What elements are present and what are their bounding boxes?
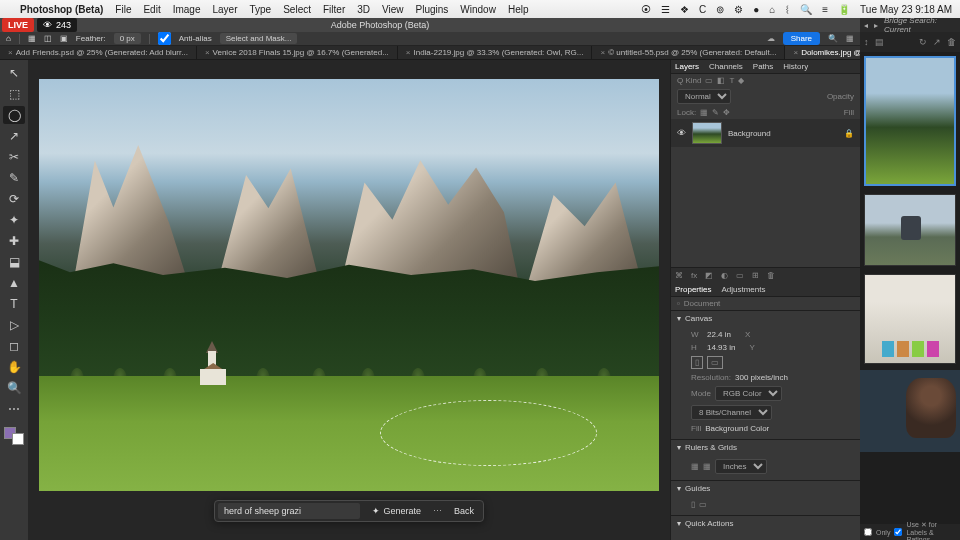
color-mode-select[interactable]: RGB Color <box>715 386 782 401</box>
bridge-thumbnail[interactable] <box>864 194 956 266</box>
menu-select[interactable]: Select <box>283 4 311 15</box>
height-value[interactable]: 14.93 in <box>707 343 735 352</box>
eyedropper-tool[interactable]: ✎ <box>3 169 25 187</box>
status-icon[interactable]: ⚙ <box>734 4 743 15</box>
selection-mode-icon[interactable]: ◫ <box>44 34 52 43</box>
tab-channels[interactable]: Channels <box>709 62 743 71</box>
menu-view[interactable]: View <box>382 4 404 15</box>
document-tab[interactable]: ×© untitled-55.psd @ 25% (Generated: Def… <box>592 46 785 59</box>
type-tool[interactable]: T <box>3 295 25 313</box>
color-swatches[interactable] <box>4 427 24 445</box>
lock-icon[interactable]: ✎ <box>712 108 719 117</box>
battery-icon[interactable]: 🔋 <box>838 4 850 15</box>
menu-file[interactable]: File <box>115 4 131 15</box>
layer-row[interactable]: 👁 Background 🔒 <box>671 119 860 147</box>
menu-3d[interactable]: 3D <box>357 4 370 15</box>
bridge-thumbnail[interactable] <box>864 56 956 186</box>
open-icon[interactable]: ↗ <box>933 37 941 47</box>
group-icon[interactable]: ▭ <box>736 271 744 280</box>
tab-history[interactable]: History <box>783 62 808 71</box>
adjust-icon[interactable]: ◐ <box>721 271 728 280</box>
fx-icon[interactable]: fx <box>691 271 697 280</box>
orientation-icon[interactable]: ▯ <box>691 356 703 369</box>
status-icon[interactable]: ⊚ <box>716 4 724 15</box>
back-button[interactable]: Back <box>448 504 480 518</box>
status-icon[interactable]: ❖ <box>680 4 689 15</box>
only-checkbox[interactable] <box>864 528 872 536</box>
link-icon[interactable]: ⌘ <box>675 271 683 280</box>
visibility-icon[interactable]: 👁 <box>677 128 686 138</box>
selection-mode-icon[interactable]: ▣ <box>60 34 68 43</box>
trash-icon[interactable]: 🗑 <box>947 37 956 47</box>
width-value[interactable]: 22.4 in <box>707 330 731 339</box>
share-button[interactable]: Share <box>783 32 820 45</box>
close-icon[interactable]: × <box>793 48 798 57</box>
orientation-icon[interactable]: ▭ <box>707 356 723 369</box>
zoom-tool[interactable]: 🔍 <box>3 379 25 397</box>
filter-icon[interactable]: ▭ <box>705 76 713 85</box>
status-icon[interactable]: ● <box>753 4 759 15</box>
search-icon[interactable]: 🔍 <box>828 34 838 43</box>
guide-icon[interactable]: ▭ <box>699 500 707 509</box>
mask-icon[interactable]: ◩ <box>705 271 713 280</box>
feather-value[interactable]: 0 px <box>114 33 141 44</box>
lasso-selection[interactable] <box>380 400 597 466</box>
menu-edit[interactable]: Edit <box>143 4 160 15</box>
more-tools[interactable]: ⋯ <box>3 400 25 418</box>
ruler-icon[interactable]: ▦ <box>691 462 699 471</box>
home-icon[interactable]: ⌂ <box>6 34 11 43</box>
menu-window[interactable]: Window <box>460 4 496 15</box>
move-tool[interactable]: ↖ <box>3 64 25 82</box>
menu-filter[interactable]: Filter <box>323 4 345 15</box>
hand-tool[interactable]: ✋ <box>3 358 25 376</box>
tool-preset-icon[interactable]: ▦ <box>28 34 36 43</box>
new-icon[interactable]: ⊞ <box>752 271 759 280</box>
more-icon[interactable]: ⋯ <box>433 506 442 516</box>
status-icon[interactable]: ⌂ <box>769 4 775 15</box>
document-tab[interactable]: ×India-2219.jpg @ 33.3% (Generated: Owl,… <box>398 46 593 59</box>
cloud-icon[interactable]: ☁ <box>767 34 775 43</box>
tab-paths[interactable]: Paths <box>753 62 773 71</box>
control-center-icon[interactable]: ≡ <box>822 4 828 15</box>
blend-mode-select[interactable]: Normal <box>677 89 731 104</box>
canvas[interactable] <box>39 79 659 491</box>
shape-tool[interactable]: ◻ <box>3 337 25 355</box>
lock-icon[interactable]: ✥ <box>723 108 730 117</box>
path-tool[interactable]: ▷ <box>3 316 25 334</box>
filter-icon[interactable]: ◧ <box>717 76 725 85</box>
rotate-icon[interactable]: ↻ <box>919 37 927 47</box>
filter-icon[interactable]: ▤ <box>875 37 884 47</box>
close-icon[interactable]: × <box>8 48 13 57</box>
lasso-tool[interactable]: ◯ <box>3 106 25 124</box>
marquee-tool[interactable]: ⬚ <box>3 85 25 103</box>
antialias-checkbox[interactable] <box>158 32 171 45</box>
crop-tool[interactable]: ✂ <box>3 148 25 166</box>
menu-help[interactable]: Help <box>508 4 529 15</box>
stamp-tool[interactable]: ✚ <box>3 232 25 250</box>
workspace-icon[interactable]: ▦ <box>846 34 854 43</box>
grid-icon[interactable]: ▦ <box>703 462 711 471</box>
units-select[interactable]: Inches <box>715 459 767 474</box>
lock-icon[interactable]: 🔒 <box>844 129 854 138</box>
sort-icon[interactable]: ↕ <box>864 37 869 47</box>
chevron-down-icon[interactable]: ▾ <box>677 443 681 452</box>
layer-thumbnail[interactable] <box>692 122 722 144</box>
canvas-area[interactable]: ✦Generate ⋯ Back <box>28 60 670 540</box>
menu-layer[interactable]: Layer <box>212 4 237 15</box>
guide-icon[interactable]: ▯ <box>691 500 695 509</box>
chevron-down-icon[interactable]: ▾ <box>677 484 681 493</box>
clock[interactable]: Tue May 23 9:18 AM <box>860 4 952 15</box>
pen-tool[interactable]: ▲ <box>3 274 25 292</box>
bit-depth-select[interactable]: 8 Bits/Channel <box>691 405 772 420</box>
tab-properties[interactable]: Properties <box>675 285 711 294</box>
menu-image[interactable]: Image <box>173 4 201 15</box>
lock-icon[interactable]: ▦ <box>700 108 708 117</box>
brush-tool[interactable]: ✦ <box>3 211 25 229</box>
nav-fwd-icon[interactable]: ▸ <box>874 21 878 30</box>
layer-name[interactable]: Background <box>728 129 771 138</box>
menu-type[interactable]: Type <box>250 4 272 15</box>
tab-layers[interactable]: Layers <box>675 62 699 71</box>
status-icon[interactable]: ☰ <box>661 4 670 15</box>
nav-back-icon[interactable]: ◂ <box>864 21 868 30</box>
gradient-tool[interactable]: ⬓ <box>3 253 25 271</box>
